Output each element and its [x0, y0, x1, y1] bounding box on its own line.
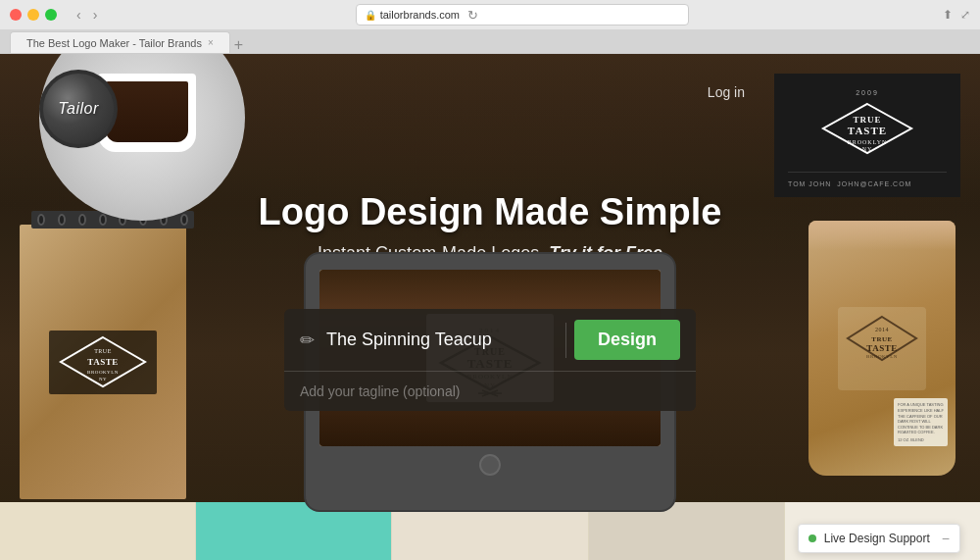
svg-text:TASTE: TASTE [87, 357, 118, 367]
maximize-window-button[interactable] [45, 9, 57, 21]
share-button[interactable]: ⬆ [943, 8, 953, 22]
svg-text:NY: NY [98, 377, 106, 382]
bottom-col-1 [0, 502, 196, 560]
login-area: Log in [708, 83, 745, 101]
logo-text: Tailor [58, 100, 99, 118]
tab-title: The Best Logo Maker - Tailor Brands [26, 37, 202, 49]
business-card: 2009 TRUE TASTE BROOKLYN NY TOM JOHN JOH… [774, 74, 960, 197]
address-bar-container: 🔒 tailorbrands.com ↻ [109, 4, 935, 25]
minimize-window-button[interactable] [27, 9, 39, 21]
titlebar: ‹ › 🔒 tailorbrands.com ↻ ⬆ ⤢ [0, 0, 980, 29]
search-input-row: ✏ Design [284, 309, 696, 372]
browser-toolbar-right: ⬆ ⤢ [943, 8, 970, 22]
svg-text:TRUE: TRUE [871, 335, 892, 343]
notebook-logo: TRUE TASTE BROOKYLN NY [57, 333, 150, 390]
business-card-widget: 2009 TRUE TASTE BROOKLYN NY TOM JOHN JOH… [774, 74, 960, 197]
website-content: Tailor About Us Pricing Log in 2009 TRUE… [0, 54, 980, 560]
back-button[interactable]: ‹ [73, 5, 85, 25]
tab-bar: The Best Logo Maker - Tailor Brands × + [0, 29, 980, 53]
svg-text:BROOKYLN: BROOKYLN [866, 354, 898, 359]
input-divider [565, 323, 566, 358]
window-controls [10, 9, 57, 21]
chat-close-button[interactable]: − [942, 531, 950, 546]
svg-text:TASTE: TASTE [866, 343, 897, 353]
design-button[interactable]: Design [574, 320, 680, 360]
forward-button[interactable]: › [89, 5, 102, 25]
tablet-home-button[interactable] [479, 454, 501, 476]
browser-nav-buttons: ‹ › [73, 5, 101, 25]
pencil-icon: ✏ [300, 330, 315, 351]
svg-text:2014: 2014 [875, 327, 889, 332]
svg-text:TRUE: TRUE [94, 348, 112, 354]
notebook-cover: TRUE TASTE BROOKYLN NY [20, 225, 186, 499]
tagline-input-row[interactable]: Add your tagline (optional) [284, 372, 696, 411]
bc-contact: TOM JOHN JOHN@CAFE.COM [788, 172, 947, 187]
live-chat-label: Live Design Support [824, 532, 930, 545]
bc-year: 2009 [788, 89, 947, 96]
bc-contact-name: TOM JOHN JOHN@CAFE.COM [788, 180, 947, 187]
close-window-button[interactable] [10, 9, 22, 21]
lock-icon: 🔒 [365, 10, 376, 21]
bc-logo-area: 2009 TRUE TASTE BROOKLYN NY [788, 89, 947, 162]
fullscreen-button[interactable]: ⤢ [960, 8, 970, 22]
new-tab-button[interactable]: + [234, 37, 243, 53]
tagline-placeholder: Add your tagline (optional) [300, 383, 460, 399]
live-chat-widget[interactable]: Live Design Support − [798, 524, 960, 553]
svg-text:NY: NY [862, 146, 873, 152]
svg-text:TASTE: TASTE [848, 125, 887, 136]
url-text: tailorbrands.com [380, 9, 460, 21]
browser-chrome: ‹ › 🔒 tailorbrands.com ↻ ⬆ ⤢ The Best Lo… [0, 0, 980, 54]
search-design-box: ✏ Design Add your tagline (optional) [284, 309, 696, 411]
bag-logo: 2014 TRUE TASTE BROOKYLN [843, 312, 921, 385]
site-logo[interactable]: Tailor [39, 70, 118, 148]
svg-text:BROOKLYN: BROOKLYN [848, 139, 888, 145]
close-tab-icon[interactable]: × [208, 37, 214, 48]
active-tab[interactable]: The Best Logo Maker - Tailor Brands × [10, 31, 230, 53]
notebook-label: TRUE TASTE BROOKYLN NY [49, 331, 157, 394]
svg-text:TRUE: TRUE [853, 115, 881, 125]
hero-headline: Logo Design Made Simple [0, 191, 980, 233]
chat-online-indicator [808, 535, 816, 542]
login-link[interactable]: Log in [708, 84, 745, 100]
address-bar[interactable]: 🔒 tailorbrands.com ↻ [356, 4, 689, 25]
svg-text:BROOKYLN: BROOKYLN [87, 370, 119, 375]
refresh-button[interactable]: ↻ [467, 8, 478, 23]
bag-label: 2014 TRUE TASTE BROOKYLN [838, 307, 926, 390]
bc-diamond-logo: TRUE TASTE BROOKLYN NY [818, 99, 916, 158]
brand-name-input[interactable] [326, 330, 558, 350]
bag-text-block: FOR A UNIQUE TASTING EXPERIENCE LIKE HAL… [894, 398, 948, 446]
